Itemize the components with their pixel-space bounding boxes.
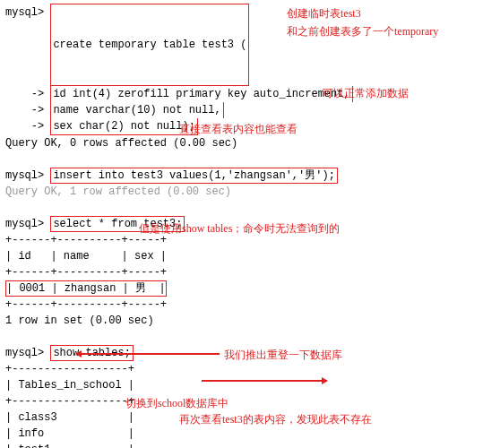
tbl2-r2: | info | bbox=[5, 426, 134, 442]
tbl2-head: | Tables_in_school | bbox=[5, 377, 134, 393]
query-ok-0: Query OK, 0 rows affected (0.00 sec) bbox=[5, 135, 237, 151]
arrow-login-icon bbox=[202, 380, 327, 382]
annot-select2: 再次查看test3的表内容，发现此表不存在 bbox=[179, 411, 372, 427]
prompt-cont: -> bbox=[5, 102, 44, 118]
create-line2-box: id int(4) zerofill primary key auto_incr… bbox=[50, 86, 352, 102]
prompt-mysql: mysql> bbox=[5, 216, 44, 232]
annot-useschool: 切换到school数据库中 bbox=[125, 395, 228, 411]
tbl1-sep3: +------+----------+-----+ bbox=[5, 297, 167, 313]
tbl1-head: | id | name | sex | bbox=[5, 248, 167, 264]
tbl1-row-wrapper: | 0001 | zhangsan | 男 | bbox=[5, 280, 167, 297]
tbl2-sep1: +------------------+ bbox=[5, 361, 134, 377]
tbl1-row: | 0001 | zhangsan | 男 | bbox=[5, 280, 167, 297]
create-line3-box: name varchar(10) not null, bbox=[50, 102, 223, 118]
query-ok-1: Query OK, 1 row affected (0.00 sec) bbox=[5, 184, 231, 200]
tbl2-sep2: +------------------+ bbox=[5, 393, 134, 409]
prompt-mysql: mysql> bbox=[5, 168, 44, 184]
create-temporary-block: create temporary table test3 ( bbox=[50, 4, 249, 86]
prompt-cont: -> bbox=[5, 86, 44, 102]
tbl1-sep2: +------+----------+-----+ bbox=[5, 264, 167, 280]
annot-insert: 可以正常添加数据 bbox=[323, 85, 409, 101]
prompt-mysql: mysql> bbox=[5, 4, 44, 21]
prompt-cont: -> bbox=[5, 118, 44, 134]
create-line4-box: sex char(2) not null); bbox=[50, 118, 197, 135]
create-line1: create temporary table test3 ( bbox=[53, 37, 246, 53]
arrow-quit-icon bbox=[76, 353, 220, 355]
prompt-mysql: mysql> bbox=[5, 345, 44, 361]
tbl2-r3: | test1 | bbox=[5, 442, 134, 448]
annot-select: 直接查看表内容也能查看 bbox=[179, 121, 297, 137]
one-row: 1 row in set (0.00 sec) bbox=[5, 313, 154, 329]
create-line3: name varchar(10) not null, bbox=[53, 104, 220, 116]
annot-showtables: 但是使用show tables；命令时无法查询到的 bbox=[139, 220, 340, 237]
insert-command: insert into test3 values(1,'zhangsan','男… bbox=[50, 168, 337, 184]
annot-create-b: 和之前创建表多了一个temporary bbox=[287, 23, 438, 39]
annot-create-a: 创建临时表test3 bbox=[287, 5, 361, 22]
annot-quit: 我们推出重登一下数据库 bbox=[224, 347, 342, 363]
tbl2-r1: | class3 | bbox=[5, 409, 134, 426]
create-line4: sex char(2) not null); bbox=[53, 120, 194, 133]
create-line2: id int(4) zerofill primary key auto_incr… bbox=[53, 88, 349, 100]
